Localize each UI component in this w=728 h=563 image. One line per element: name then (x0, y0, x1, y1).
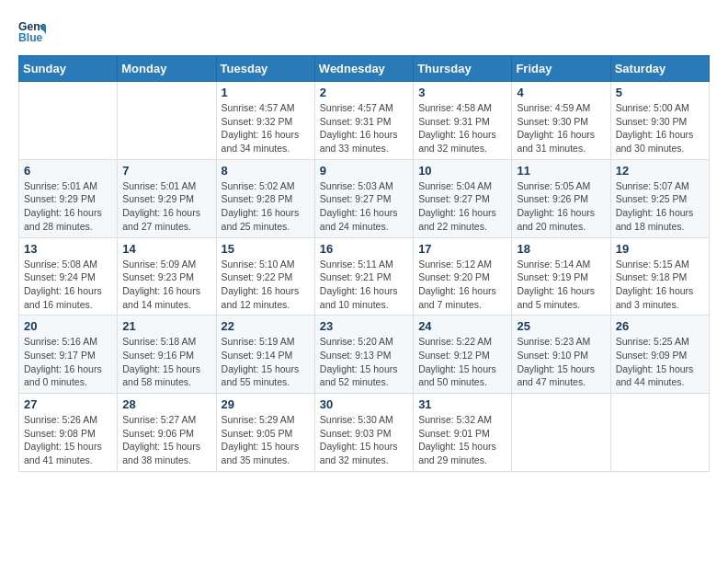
weekday-header-saturday: Saturday (610, 56, 709, 82)
calendar-cell: 28Sunrise: 5:27 AM Sunset: 9:06 PM Dayli… (118, 394, 216, 472)
calendar-cell: 5Sunrise: 5:00 AM Sunset: 9:30 PM Daylig… (610, 82, 709, 160)
calendar-cell: 26Sunrise: 5:25 AM Sunset: 9:09 PM Dayli… (610, 316, 709, 394)
calendar-cell (610, 394, 709, 472)
weekday-header-friday: Friday (512, 56, 610, 82)
day-info: Sunrise: 5:20 AM Sunset: 9:13 PM Dayligh… (320, 335, 408, 389)
calendar-cell: 29Sunrise: 5:29 AM Sunset: 9:05 PM Dayli… (216, 394, 314, 472)
day-number: 4 (517, 86, 605, 99)
calendar-table: SundayMondayTuesdayWednesdayThursdayFrid… (18, 55, 710, 472)
day-number: 5 (616, 86, 704, 99)
day-info: Sunrise: 5:05 AM Sunset: 9:26 PM Dayligh… (517, 179, 605, 234)
weekday-header-thursday: Thursday (414, 56, 512, 82)
day-number: 28 (122, 397, 210, 411)
day-number: 23 (320, 319, 408, 333)
day-number: 1 (222, 86, 310, 99)
day-number: 8 (222, 164, 310, 178)
weekday-header-monday: Monday (118, 56, 216, 82)
day-number: 31 (418, 397, 506, 411)
calendar-cell: 27Sunrise: 5:26 AM Sunset: 9:08 PM Dayli… (19, 394, 118, 472)
day-number: 17 (418, 242, 506, 256)
day-number: 6 (24, 164, 112, 178)
day-info: Sunrise: 5:14 AM Sunset: 9:19 PM Dayligh… (517, 258, 605, 312)
weekday-header-sunday: Sunday (19, 56, 118, 82)
day-info: Sunrise: 5:11 AM Sunset: 9:21 PM Dayligh… (320, 258, 408, 312)
calendar-cell: 18Sunrise: 5:14 AM Sunset: 9:19 PM Dayli… (512, 237, 610, 316)
calendar-cell: 25Sunrise: 5:23 AM Sunset: 9:10 PM Dayli… (512, 316, 610, 394)
calendar-cell: 2Sunrise: 4:57 AM Sunset: 9:31 PM Daylig… (314, 82, 413, 160)
calendar-cell: 7Sunrise: 5:01 AM Sunset: 9:29 PM Daylig… (118, 159, 216, 237)
day-info: Sunrise: 5:22 AM Sunset: 9:12 PM Dayligh… (418, 335, 506, 389)
day-number: 21 (122, 319, 210, 333)
day-info: Sunrise: 5:19 AM Sunset: 9:14 PM Dayligh… (222, 335, 310, 389)
day-number: 2 (320, 86, 408, 99)
calendar-cell: 23Sunrise: 5:20 AM Sunset: 9:13 PM Dayli… (314, 316, 413, 394)
calendar-cell: 17Sunrise: 5:12 AM Sunset: 9:20 PM Dayli… (414, 237, 512, 316)
day-number: 15 (222, 242, 310, 256)
calendar-cell: 8Sunrise: 5:02 AM Sunset: 9:28 PM Daylig… (216, 159, 314, 237)
day-info: Sunrise: 5:03 AM Sunset: 9:27 PM Dayligh… (320, 179, 408, 234)
calendar-cell: 14Sunrise: 5:09 AM Sunset: 9:23 PM Dayli… (118, 237, 216, 316)
day-info: Sunrise: 5:16 AM Sunset: 9:17 PM Dayligh… (24, 335, 112, 389)
day-info: Sunrise: 5:09 AM Sunset: 9:23 PM Dayligh… (122, 258, 210, 312)
day-info: Sunrise: 5:26 AM Sunset: 9:08 PM Dayligh… (24, 413, 112, 467)
day-number: 16 (320, 242, 408, 256)
calendar-cell: 30Sunrise: 5:30 AM Sunset: 9:03 PM Dayli… (314, 394, 413, 472)
day-info: Sunrise: 5:04 AM Sunset: 9:27 PM Dayligh… (418, 179, 506, 234)
calendar-cell (512, 394, 610, 472)
calendar-cell: 21Sunrise: 5:18 AM Sunset: 9:16 PM Dayli… (118, 316, 216, 394)
week-row-1: 1Sunrise: 4:57 AM Sunset: 9:32 PM Daylig… (19, 82, 710, 160)
calendar-cell: 12Sunrise: 5:07 AM Sunset: 9:25 PM Dayli… (610, 159, 709, 237)
day-number: 24 (418, 319, 506, 333)
day-info: Sunrise: 5:32 AM Sunset: 9:01 PM Dayligh… (418, 413, 506, 467)
weekday-header-row: SundayMondayTuesdayWednesdayThursdayFrid… (19, 56, 710, 82)
calendar-cell: 20Sunrise: 5:16 AM Sunset: 9:17 PM Dayli… (19, 316, 118, 394)
page-header: General Blue (18, 18, 710, 46)
day-number: 7 (122, 164, 210, 178)
calendar-cell: 1Sunrise: 4:57 AM Sunset: 9:32 PM Daylig… (216, 82, 314, 160)
day-number: 18 (517, 242, 605, 256)
weekday-header-wednesday: Wednesday (314, 56, 413, 82)
day-info: Sunrise: 4:57 AM Sunset: 9:32 PM Dayligh… (222, 101, 310, 155)
calendar-cell: 24Sunrise: 5:22 AM Sunset: 9:12 PM Dayli… (414, 316, 512, 394)
calendar-cell: 10Sunrise: 5:04 AM Sunset: 9:27 PM Dayli… (414, 159, 512, 237)
day-info: Sunrise: 4:59 AM Sunset: 9:30 PM Dayligh… (517, 101, 605, 155)
day-info: Sunrise: 5:01 AM Sunset: 9:29 PM Dayligh… (122, 179, 210, 234)
day-number: 14 (122, 242, 210, 256)
logo: General Blue (18, 18, 46, 46)
day-number: 26 (616, 319, 704, 333)
day-number: 13 (24, 242, 112, 256)
day-info: Sunrise: 5:08 AM Sunset: 9:24 PM Dayligh… (24, 258, 112, 312)
day-number: 22 (222, 319, 310, 333)
day-info: Sunrise: 5:10 AM Sunset: 9:22 PM Dayligh… (222, 258, 310, 312)
calendar-cell: 16Sunrise: 5:11 AM Sunset: 9:21 PM Dayli… (314, 237, 413, 316)
calendar-cell: 13Sunrise: 5:08 AM Sunset: 9:24 PM Dayli… (19, 237, 118, 316)
weekday-header-tuesday: Tuesday (216, 56, 314, 82)
week-row-3: 13Sunrise: 5:08 AM Sunset: 9:24 PM Dayli… (19, 237, 710, 316)
day-info: Sunrise: 5:15 AM Sunset: 9:18 PM Dayligh… (616, 258, 704, 312)
week-row-5: 27Sunrise: 5:26 AM Sunset: 9:08 PM Dayli… (19, 394, 710, 472)
day-info: Sunrise: 5:23 AM Sunset: 9:10 PM Dayligh… (517, 335, 605, 389)
day-info: Sunrise: 4:57 AM Sunset: 9:31 PM Dayligh… (320, 101, 408, 155)
calendar-cell: 19Sunrise: 5:15 AM Sunset: 9:18 PM Dayli… (610, 237, 709, 316)
day-number: 19 (616, 242, 704, 256)
calendar-cell (19, 82, 118, 160)
day-info: Sunrise: 5:12 AM Sunset: 9:20 PM Dayligh… (418, 258, 506, 312)
calendar-cell: 11Sunrise: 5:05 AM Sunset: 9:26 PM Dayli… (512, 159, 610, 237)
calendar-cell: 4Sunrise: 4:59 AM Sunset: 9:30 PM Daylig… (512, 82, 610, 160)
day-info: Sunrise: 5:25 AM Sunset: 9:09 PM Dayligh… (616, 335, 704, 389)
day-number: 10 (418, 164, 506, 178)
logo-icon: General Blue (18, 18, 46, 46)
day-number: 27 (24, 397, 112, 411)
day-info: Sunrise: 5:18 AM Sunset: 9:16 PM Dayligh… (122, 335, 210, 389)
calendar-cell: 3Sunrise: 4:58 AM Sunset: 9:31 PM Daylig… (414, 82, 512, 160)
day-info: Sunrise: 4:58 AM Sunset: 9:31 PM Dayligh… (418, 101, 506, 155)
day-number: 9 (320, 164, 408, 178)
calendar-cell: 6Sunrise: 5:01 AM Sunset: 9:29 PM Daylig… (19, 159, 118, 237)
calendar-cell: 9Sunrise: 5:03 AM Sunset: 9:27 PM Daylig… (314, 159, 413, 237)
calendar-cell: 15Sunrise: 5:10 AM Sunset: 9:22 PM Dayli… (216, 237, 314, 316)
week-row-2: 6Sunrise: 5:01 AM Sunset: 9:29 PM Daylig… (19, 159, 710, 237)
week-row-4: 20Sunrise: 5:16 AM Sunset: 9:17 PM Dayli… (19, 316, 710, 394)
day-number: 29 (222, 397, 310, 411)
day-number: 30 (320, 397, 408, 411)
calendar-cell (118, 82, 216, 160)
